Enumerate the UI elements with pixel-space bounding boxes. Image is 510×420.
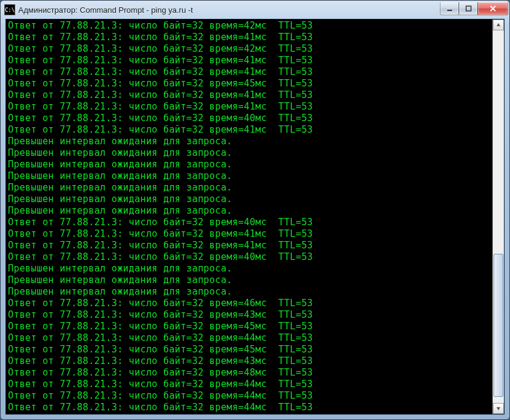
minimize-button[interactable] [440,2,459,15]
window-controls [440,2,508,15]
window-title: Администратор: Command Prompt - ping ya.… [18,5,440,15]
maximize-button[interactable] [459,2,478,15]
console-client-area: Ответ от 77.88.21.3: число байт=32 время… [5,19,505,415]
svg-rect-0 [447,10,452,11]
vertical-scrollbar[interactable] [492,19,504,414]
scroll-down-button[interactable] [493,403,504,414]
titlebar[interactable]: C:\ Администратор: Command Prompt - ping… [1,1,509,19]
console-output: Ответ от 77.88.21.3: число байт=32 время… [6,19,493,414]
command-prompt-window: C:\ Администратор: Command Prompt - ping… [0,0,510,420]
scroll-track[interactable] [493,30,504,403]
svg-rect-1 [466,6,471,11]
close-button[interactable] [478,2,508,15]
cmd-icon: C:\ [4,4,15,15]
scroll-up-button[interactable] [493,19,504,30]
scroll-thumb[interactable] [494,254,503,397]
